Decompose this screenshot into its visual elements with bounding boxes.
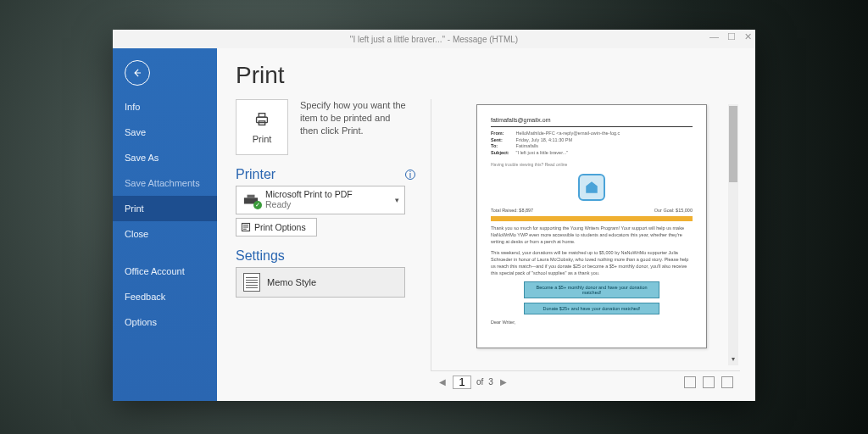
maximize-button[interactable]: ☐ xyxy=(727,31,736,42)
minimize-button[interactable]: — xyxy=(709,31,719,42)
page-number-input[interactable] xyxy=(453,376,471,389)
preview-page: fatimafalls@gmailx.om From: HelloMathild… xyxy=(476,104,707,348)
sidebar-item-saveattachments[interactable]: Save Attachments xyxy=(113,170,217,196)
printer-status-icon: ✓ xyxy=(242,192,260,208)
print-description: Specify how you want the item to be prin… xyxy=(300,99,410,155)
print-options-button[interactable]: Print Options xyxy=(236,218,317,236)
main-panel: Print Print Specify how you want the ite… xyxy=(217,48,755,401)
arrow-left-icon xyxy=(131,67,143,79)
back-button[interactable] xyxy=(125,60,150,86)
next-page-button[interactable]: ▶ xyxy=(498,377,509,387)
svg-rect-1 xyxy=(259,114,264,118)
print-style-label: Memo Style xyxy=(267,277,316,287)
sidebar-item-account[interactable]: Office Account xyxy=(113,259,217,284)
multi-page-button[interactable] xyxy=(721,376,733,388)
preview-column: fatimafalls@gmailx.om From: HelloMathild… xyxy=(431,99,740,392)
printer-info-icon[interactable]: i xyxy=(405,170,415,180)
total-pages: 3 xyxy=(488,377,493,387)
preview-area: fatimafalls@gmailx.om From: HelloMathild… xyxy=(431,99,740,370)
print-style-dropdown[interactable]: Memo Style xyxy=(236,267,405,298)
actual-size-button[interactable] xyxy=(684,376,696,388)
print-settings-column: Print Specify how you want the item to b… xyxy=(236,99,415,392)
sidebar-item-saveas[interactable]: Save As xyxy=(113,145,217,170)
options-icon xyxy=(241,222,251,232)
scroll-down-icon[interactable]: ▾ xyxy=(728,355,738,365)
ready-check-icon: ✓ xyxy=(253,201,262,209)
printer-icon xyxy=(252,110,272,129)
page-title: Print xyxy=(236,62,740,89)
titlebar: "I left just a little braver..." - Messa… xyxy=(113,30,755,48)
sidebar-item-options[interactable]: Options xyxy=(113,309,217,335)
sidebar-item-print[interactable]: Print xyxy=(113,196,217,221)
prev-page-button[interactable]: ◀ xyxy=(437,377,448,387)
window-title: "I left just a little braver..." - Messa… xyxy=(350,35,518,44)
of-label: of xyxy=(476,377,483,387)
zoom-controls xyxy=(684,376,733,388)
settings-section-header: Settings xyxy=(236,248,415,264)
chevron-down-icon: ▾ xyxy=(395,196,399,204)
window-controls: — ☐ ✕ xyxy=(709,31,752,42)
one-page-button[interactable] xyxy=(703,376,715,388)
preview-footer: ◀ of 3 ▶ xyxy=(431,370,740,392)
preview-scrollbar[interactable]: ▴ ▾ xyxy=(728,104,738,365)
print-button-label: Print xyxy=(253,134,272,144)
nav-primary: Info Save Save As Save Attachments Print… xyxy=(113,94,217,335)
outlook-print-backstage: "I left just a little braver..." - Messa… xyxy=(113,30,755,401)
svg-rect-0 xyxy=(257,117,268,122)
print-button[interactable]: Print xyxy=(236,99,288,155)
printer-section-header: Printer i xyxy=(236,167,415,182)
sidebar-item-info[interactable]: Info xyxy=(113,94,217,120)
memo-style-icon xyxy=(243,273,260,292)
scrollbar-thumb[interactable] xyxy=(729,106,737,182)
close-button[interactable]: ✕ xyxy=(744,31,752,42)
printer-dropdown[interactable]: ✓ Microsoft Print to PDF Ready ▾ xyxy=(236,186,405,214)
print-row: Print Specify how you want the item to b… xyxy=(236,99,415,155)
preview-logo-icon xyxy=(578,174,605,201)
sidebar-item-save[interactable]: Save xyxy=(113,120,217,145)
sidebar-item-feedback[interactable]: Feedback xyxy=(113,284,217,309)
columns: Print Specify how you want the item to b… xyxy=(236,99,740,392)
backstage-sidebar: Info Save Save As Save Attachments Print… xyxy=(113,48,217,401)
printer-status: Ready xyxy=(265,200,353,210)
body: Info Save Save As Save Attachments Print… xyxy=(113,48,755,401)
sidebar-item-close[interactable]: Close xyxy=(113,221,217,247)
